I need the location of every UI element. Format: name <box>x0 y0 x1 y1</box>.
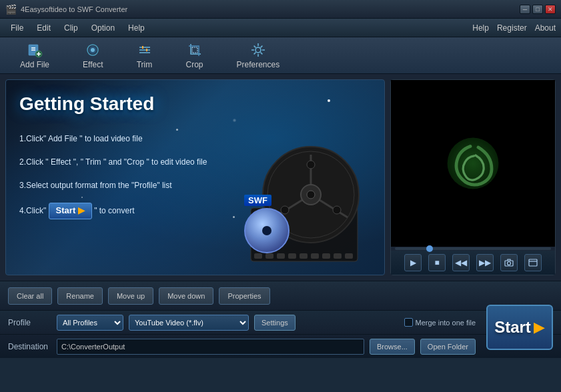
menu-clip[interactable]: Clip <box>59 21 83 35</box>
disc-shape <box>244 208 290 253</box>
svg-point-43 <box>333 206 341 214</box>
svg-rect-30 <box>300 253 308 259</box>
properties-button[interactable]: Properties <box>219 287 269 305</box>
effect-icon <box>85 42 101 58</box>
title-bar: 🎬 4Easysoftideo to SWF Converter ─ □ ✕ <box>0 0 561 19</box>
destination-input[interactable] <box>57 339 364 355</box>
svg-rect-31 <box>311 253 319 259</box>
menu-right-items: Help Register About <box>472 23 556 33</box>
profile-select[interactable]: All Profiles <box>57 315 123 331</box>
settings-button[interactable]: Settings <box>254 315 296 331</box>
menu-help-right[interactable]: Help <box>472 23 489 33</box>
expand-button[interactable] <box>524 254 542 271</box>
close-button[interactable]: ✕ <box>545 5 556 14</box>
svg-rect-32 <box>322 253 330 259</box>
add-file-icon <box>27 42 43 58</box>
toolbar-trim[interactable]: Trim <box>130 39 159 72</box>
getting-started-steps: 1.Click" Add File " to load video file 2… <box>19 133 237 231</box>
toolbar-preferences-label: Preferences <box>237 60 280 69</box>
toolbar-crop[interactable]: Crop <box>179 39 210 72</box>
open-folder-button[interactable]: Open Folder <box>420 339 476 355</box>
svg-point-47 <box>508 262 511 265</box>
video-panel: ▶ ■ ◀◀ ▶▶ <box>390 79 556 275</box>
svg-rect-12 <box>146 49 147 51</box>
svg-rect-34 <box>345 253 353 259</box>
dest-row: Destination Browse... Open Folder <box>0 334 561 358</box>
toolbar-preferences[interactable]: Preferences <box>230 39 287 72</box>
clear-all-button[interactable]: Clear all <box>8 287 52 305</box>
video-logo <box>446 137 500 190</box>
svg-rect-13 <box>192 47 197 53</box>
svg-rect-33 <box>334 253 342 259</box>
toolbar: Add File Effect Trim <box>0 37 561 74</box>
start-button[interactable]: Start ▶ <box>486 305 553 350</box>
minimize-button[interactable]: ─ <box>520 5 530 14</box>
toolbar-trim-label: Trim <box>137 60 153 69</box>
step-1: 1.Click" Add File " to load video file <box>19 133 237 145</box>
stop-button[interactable]: ■ <box>428 254 446 271</box>
menu-about[interactable]: About <box>535 23 556 33</box>
progress-thumb <box>426 245 433 252</box>
app-icon: 🎬 <box>5 4 17 15</box>
svg-rect-48 <box>529 259 537 266</box>
menu-help[interactable]: Help <box>123 21 150 35</box>
menu-bar: File Edit Clip Option Help Help Register… <box>0 19 561 37</box>
bottom-section: Profile All Profiles YouTube Video (*.fl… <box>0 310 561 358</box>
video-controls: ▶ ■ ◀◀ ▶▶ <box>391 251 555 275</box>
merge-checkbox[interactable] <box>404 318 413 327</box>
step-3: 3.Select output format from the "Profile… <box>19 180 237 191</box>
menu-file[interactable]: File <box>5 21 29 35</box>
getting-started-title: Getting Started <box>19 93 154 115</box>
step-4: 4.Click" Start ▶ " to convert <box>19 203 237 219</box>
video-screen <box>391 80 555 247</box>
svg-point-14 <box>255 47 261 53</box>
svg-point-41 <box>307 191 315 199</box>
svg-point-7 <box>91 48 95 52</box>
swf-disc: SWF <box>244 195 298 255</box>
crop-icon <box>187 42 203 58</box>
maximize-button[interactable]: □ <box>532 5 543 14</box>
disc-hole <box>262 226 271 235</box>
format-select[interactable]: YouTube Video (*.flv) <box>129 315 249 331</box>
toolbar-add-file-label: Add File <box>20 60 49 69</box>
toolbar-crop-label: Crop <box>186 60 203 69</box>
start-button-label: Start <box>494 318 531 337</box>
merge-checkbox-container: Merge into one file <box>404 318 476 327</box>
profile-row: Profile All Profiles YouTube Video (*.fl… <box>0 310 561 334</box>
preview-area: Getting Started 1.Click" Add File " to l… <box>5 79 385 275</box>
destination-label: Destination <box>8 342 51 351</box>
preferences-icon <box>250 42 266 58</box>
forward-button[interactable]: ▶▶ <box>476 254 494 271</box>
toolbar-add-file[interactable]: Add File <box>13 39 56 72</box>
svg-rect-11 <box>142 46 143 49</box>
title-text: 4Easysoftideo to SWF Converter <box>21 5 518 13</box>
rewind-button[interactable]: ◀◀ <box>452 254 470 271</box>
menu-edit[interactable]: Edit <box>31 21 56 35</box>
start-inline-button: Start ▶ <box>49 203 92 219</box>
progress-track[interactable] <box>395 247 551 250</box>
step-2: 2.Click " Effect ", " Trim " and "Crop "… <box>19 157 237 168</box>
start-button-arrow: ▶ <box>534 319 545 336</box>
move-down-button[interactable]: Move down <box>159 287 213 305</box>
trim-icon <box>137 42 153 58</box>
main-area: Getting Started 1.Click" Add File " to l… <box>0 74 561 281</box>
film-reel-decoration: SWF <box>237 141 384 275</box>
move-up-button[interactable]: Move up <box>108 287 153 305</box>
rename-button[interactable]: Rename <box>57 287 103 305</box>
toolbar-effect-label: Effect <box>83 60 103 69</box>
screenshot-button[interactable] <box>500 254 518 271</box>
menu-option[interactable]: Option <box>86 21 120 35</box>
swf-label: SWF <box>244 195 271 206</box>
play-button[interactable]: ▶ <box>404 254 422 271</box>
profile-label: Profile <box>8 318 51 327</box>
browse-button[interactable]: Browse... <box>370 339 415 355</box>
toolbar-effect[interactable]: Effect <box>76 39 109 72</box>
merge-label: Merge into one file <box>416 319 476 327</box>
menu-register[interactable]: Register <box>497 23 527 33</box>
svg-point-42 <box>307 161 315 169</box>
bottom-toolbar: Clear all Rename Move up Move down Prope… <box>0 281 561 310</box>
